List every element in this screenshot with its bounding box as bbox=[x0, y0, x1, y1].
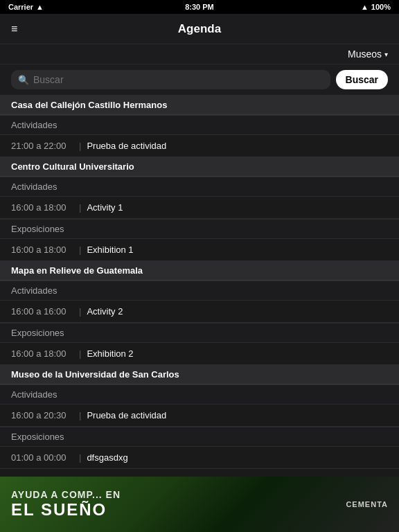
activity-divider: | bbox=[79, 452, 81, 463]
content-list: Casa del Callejón Castillo HermanosActiv… bbox=[0, 96, 399, 471]
activity-divider: | bbox=[79, 141, 81, 151]
activity-time: 16:00 a 20:30 bbox=[11, 410, 73, 420]
search-bar: 🔍 Buscar bbox=[0, 64, 399, 96]
museos-dropdown-button[interactable]: Museos ▾ bbox=[348, 48, 388, 60]
activity-time: 16:00 a 18:00 bbox=[11, 245, 73, 255]
activity-time: 01:00 a 00:00 bbox=[11, 452, 73, 463]
museum-header: Mapa en Relieve de Guatemala bbox=[0, 261, 399, 281]
activity-divider: | bbox=[79, 202, 81, 213]
table-row[interactable]: 16:00 a 20:30|Prueba de actividad bbox=[0, 405, 399, 427]
banner: AYUDA A COMP... EN EL SUEÑO CEMENTA bbox=[0, 477, 399, 532]
wifi-icon: ▲ bbox=[36, 3, 44, 11]
activity-title: Activity 1 bbox=[87, 202, 123, 213]
activity-title: Activity 2 bbox=[87, 306, 123, 317]
category-header: Actividades bbox=[0, 115, 399, 135]
search-button[interactable]: Buscar bbox=[336, 70, 388, 89]
banner-logo: CEMENTA bbox=[335, 495, 399, 514]
activity-title: Exhibition 1 bbox=[87, 245, 133, 255]
table-row[interactable]: 16:00 a 18:00|Exhibition 1 bbox=[0, 239, 399, 261]
carrier-text: Carrier bbox=[8, 3, 33, 11]
category-header: Actividades bbox=[0, 177, 399, 197]
search-input[interactable] bbox=[33, 74, 323, 85]
page-title: Agenda bbox=[178, 22, 221, 36]
status-time: 8:30 PM bbox=[185, 3, 214, 11]
banner-line1: AYUDA A COMP... EN bbox=[11, 489, 323, 500]
activity-divider: | bbox=[79, 410, 81, 420]
activity-divider: | bbox=[79, 306, 81, 317]
table-row[interactable]: 16:00 a 18:00|Activity 1 bbox=[0, 197, 399, 219]
activity-divider: | bbox=[79, 245, 81, 255]
status-right: ▲ 100% bbox=[361, 3, 391, 11]
category-header: Actividades bbox=[0, 281, 399, 301]
museum-header: Casa del Callejón Castillo Hermanos bbox=[0, 96, 399, 115]
battery-text: 100% bbox=[371, 3, 391, 11]
status-bar: Carrier ▲ 8:30 PM ▲ 100% bbox=[0, 0, 399, 14]
category-header: Exposiciones bbox=[0, 427, 399, 447]
banner-line2: EL SUEÑO bbox=[11, 500, 323, 520]
table-row[interactable]: 21:00 a 22:00|Prueba de actividad bbox=[0, 135, 399, 157]
banner-text: AYUDA A COMP... EN EL SUEÑO bbox=[0, 484, 335, 525]
activity-time: 21:00 a 22:00 bbox=[11, 141, 73, 151]
header: ≡ Agenda bbox=[0, 14, 399, 44]
museum-header: Museo de la Universidad de San Carlos bbox=[0, 365, 399, 384]
search-icon: 🔍 bbox=[18, 75, 29, 85]
museos-label: Museos bbox=[348, 48, 382, 60]
category-header: Exposiciones bbox=[0, 219, 399, 239]
category-header: Actividades bbox=[0, 384, 399, 405]
table-row[interactable]: 01:00 a 00:00|dfsgasdxg bbox=[0, 447, 399, 469]
activity-time: 16:00 a 18:00 bbox=[11, 202, 73, 213]
status-left: Carrier ▲ bbox=[8, 3, 44, 11]
activity-time: 16:00 a 16:00 bbox=[11, 306, 73, 317]
activity-time: 16:00 a 18:00 bbox=[11, 348, 73, 359]
activity-title: Prueba de actividad bbox=[87, 410, 166, 420]
search-input-wrapper[interactable]: 🔍 bbox=[11, 70, 330, 89]
chevron-down-icon: ▾ bbox=[384, 51, 388, 58]
signal-icon: ▲ bbox=[361, 3, 369, 11]
activity-title: dfsgasdxg bbox=[87, 452, 127, 463]
museos-bar: Museos ▾ bbox=[0, 44, 399, 64]
museum-header: Centro Cultural Universitario bbox=[0, 157, 399, 177]
table-row[interactable]: 16:00 a 16:00|Activity 2 bbox=[0, 301, 399, 323]
category-header: Exposiciones bbox=[0, 323, 399, 343]
table-row[interactable]: 16:00 a 18:00|Exhibition 2 bbox=[0, 343, 399, 365]
activity-title: Prueba de actividad bbox=[87, 141, 166, 151]
activity-divider: | bbox=[79, 348, 81, 359]
activity-title: Exhibition 2 bbox=[87, 348, 133, 359]
menu-icon[interactable]: ≡ bbox=[11, 23, 17, 35]
